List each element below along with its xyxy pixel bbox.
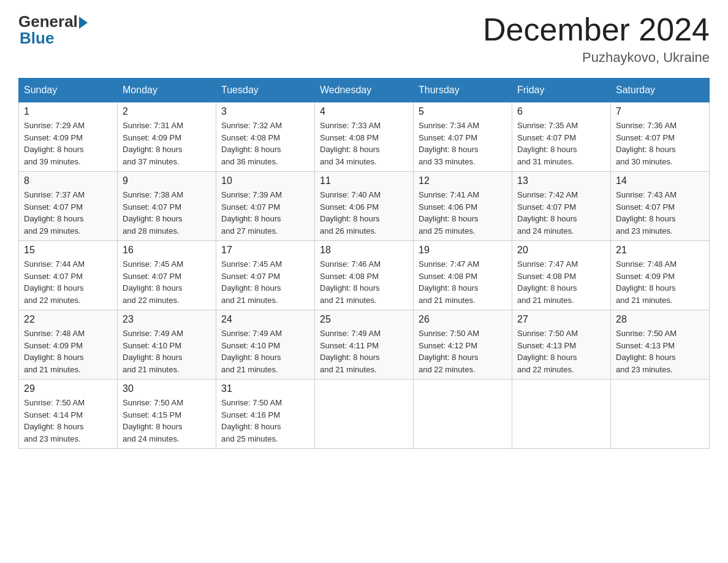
- day-number: 22: [24, 314, 112, 325]
- day-number: 6: [517, 106, 605, 117]
- day-cell: [414, 380, 512, 449]
- calendar-table: Sunday Monday Tuesday Wednesday Thursday…: [18, 78, 710, 449]
- day-number: 24: [221, 314, 309, 325]
- week-row-2: 8 Sunrise: 7:37 AM Sunset: 4:07 PM Dayli…: [19, 172, 710, 241]
- day-info: Sunrise: 7:49 AM Sunset: 4:11 PM Dayligh…: [320, 327, 408, 375]
- day-number: 2: [123, 106, 211, 117]
- day-info: Sunrise: 7:31 AM Sunset: 4:09 PM Dayligh…: [123, 120, 211, 167]
- day-number: 28: [616, 314, 704, 325]
- day-cell: 3 Sunrise: 7:32 AM Sunset: 4:08 PM Dayli…: [216, 102, 315, 172]
- day-info: Sunrise: 7:48 AM Sunset: 4:09 PM Dayligh…: [24, 327, 112, 375]
- day-cell: 27 Sunrise: 7:50 AM Sunset: 4:13 PM Dayl…: [512, 310, 611, 380]
- day-cell: 12 Sunrise: 7:41 AM Sunset: 4:06 PM Dayl…: [414, 172, 512, 241]
- day-info: Sunrise: 7:33 AM Sunset: 4:08 PM Dayligh…: [320, 120, 408, 167]
- day-info: Sunrise: 7:47 AM Sunset: 4:08 PM Dayligh…: [419, 258, 507, 306]
- day-number: 31: [221, 383, 309, 394]
- logo-blue-text: Blue: [20, 29, 54, 48]
- day-number: 7: [616, 106, 704, 117]
- day-number: 12: [419, 175, 507, 186]
- week-row-4: 22 Sunrise: 7:48 AM Sunset: 4:09 PM Dayl…: [19, 310, 710, 380]
- day-cell: 2 Sunrise: 7:31 AM Sunset: 4:09 PM Dayli…: [118, 102, 216, 172]
- day-number: 14: [616, 175, 704, 186]
- day-info: Sunrise: 7:34 AM Sunset: 4:07 PM Dayligh…: [419, 120, 507, 167]
- col-friday: Friday: [512, 79, 611, 102]
- day-number: 26: [419, 314, 507, 325]
- day-number: 20: [517, 245, 605, 256]
- day-cell: [315, 380, 414, 449]
- day-number: 16: [123, 245, 211, 256]
- day-cell: 1 Sunrise: 7:29 AM Sunset: 4:09 PM Dayli…: [19, 102, 118, 172]
- day-info: Sunrise: 7:50 AM Sunset: 4:16 PM Dayligh…: [221, 397, 309, 445]
- col-tuesday: Tuesday: [216, 79, 315, 102]
- day-info: Sunrise: 7:49 AM Sunset: 4:10 PM Dayligh…: [221, 327, 309, 375]
- day-number: 25: [320, 314, 408, 325]
- day-number: 3: [221, 106, 309, 117]
- day-info: Sunrise: 7:50 AM Sunset: 4:12 PM Dayligh…: [419, 327, 507, 375]
- day-cell: 16 Sunrise: 7:45 AM Sunset: 4:07 PM Dayl…: [118, 241, 216, 310]
- day-info: Sunrise: 7:39 AM Sunset: 4:07 PM Dayligh…: [221, 189, 309, 237]
- day-info: Sunrise: 7:43 AM Sunset: 4:07 PM Dayligh…: [616, 189, 704, 237]
- day-info: Sunrise: 7:49 AM Sunset: 4:10 PM Dayligh…: [123, 327, 211, 375]
- day-cell: 13 Sunrise: 7:42 AM Sunset: 4:07 PM Dayl…: [512, 172, 611, 241]
- day-info: Sunrise: 7:36 AM Sunset: 4:07 PM Dayligh…: [616, 120, 704, 167]
- day-cell: 19 Sunrise: 7:47 AM Sunset: 4:08 PM Dayl…: [414, 241, 512, 310]
- day-cell: 8 Sunrise: 7:37 AM Sunset: 4:07 PM Dayli…: [19, 172, 118, 241]
- day-info: Sunrise: 7:46 AM Sunset: 4:08 PM Dayligh…: [320, 258, 408, 306]
- day-cell: 10 Sunrise: 7:39 AM Sunset: 4:07 PM Dayl…: [216, 172, 315, 241]
- day-number: 18: [320, 245, 408, 256]
- day-cell: 31 Sunrise: 7:50 AM Sunset: 4:16 PM Dayl…: [216, 380, 315, 449]
- page-header: General Blue December 2024 Puzhaykovo, U…: [18, 12, 710, 66]
- day-number: 19: [419, 245, 507, 256]
- day-info: Sunrise: 7:48 AM Sunset: 4:09 PM Dayligh…: [616, 258, 704, 306]
- calendar-body: 1 Sunrise: 7:29 AM Sunset: 4:09 PM Dayli…: [19, 102, 710, 449]
- day-info: Sunrise: 7:50 AM Sunset: 4:15 PM Dayligh…: [123, 397, 211, 445]
- day-cell: 4 Sunrise: 7:33 AM Sunset: 4:08 PM Dayli…: [315, 102, 414, 172]
- logo: General Blue: [18, 12, 88, 48]
- day-cell: 29 Sunrise: 7:50 AM Sunset: 4:14 PM Dayl…: [19, 380, 118, 449]
- day-cell: 17 Sunrise: 7:45 AM Sunset: 4:07 PM Dayl…: [216, 241, 315, 310]
- logo-arrow-icon: [79, 17, 88, 29]
- day-cell: 30 Sunrise: 7:50 AM Sunset: 4:15 PM Dayl…: [118, 380, 216, 449]
- day-cell: 28 Sunrise: 7:50 AM Sunset: 4:13 PM Dayl…: [611, 310, 710, 380]
- day-cell: 20 Sunrise: 7:47 AM Sunset: 4:08 PM Dayl…: [512, 241, 611, 310]
- day-number: 9: [123, 175, 211, 186]
- week-row-5: 29 Sunrise: 7:50 AM Sunset: 4:14 PM Dayl…: [19, 380, 710, 449]
- day-number: 1: [24, 106, 112, 117]
- day-info: Sunrise: 7:45 AM Sunset: 4:07 PM Dayligh…: [123, 258, 211, 306]
- day-info: Sunrise: 7:45 AM Sunset: 4:07 PM Dayligh…: [221, 258, 309, 306]
- day-info: Sunrise: 7:29 AM Sunset: 4:09 PM Dayligh…: [24, 120, 112, 167]
- day-info: Sunrise: 7:50 AM Sunset: 4:13 PM Dayligh…: [517, 327, 605, 375]
- day-number: 11: [320, 175, 408, 186]
- day-number: 23: [123, 314, 211, 325]
- day-cell: [512, 380, 611, 449]
- day-cell: 26 Sunrise: 7:50 AM Sunset: 4:12 PM Dayl…: [414, 310, 512, 380]
- day-cell: 15 Sunrise: 7:44 AM Sunset: 4:07 PM Dayl…: [19, 241, 118, 310]
- day-info: Sunrise: 7:41 AM Sunset: 4:06 PM Dayligh…: [419, 189, 507, 237]
- col-saturday: Saturday: [611, 79, 710, 102]
- day-number: 13: [517, 175, 605, 186]
- day-cell: 18 Sunrise: 7:46 AM Sunset: 4:08 PM Dayl…: [315, 241, 414, 310]
- header-row: Sunday Monday Tuesday Wednesday Thursday…: [19, 79, 710, 102]
- day-number: 30: [123, 383, 211, 394]
- day-info: Sunrise: 7:44 AM Sunset: 4:07 PM Dayligh…: [24, 258, 112, 306]
- day-cell: 7 Sunrise: 7:36 AM Sunset: 4:07 PM Dayli…: [611, 102, 710, 172]
- day-number: 29: [24, 383, 112, 394]
- week-row-3: 15 Sunrise: 7:44 AM Sunset: 4:07 PM Dayl…: [19, 241, 710, 310]
- day-number: 4: [320, 106, 408, 117]
- week-row-1: 1 Sunrise: 7:29 AM Sunset: 4:09 PM Dayli…: [19, 102, 710, 172]
- day-cell: 25 Sunrise: 7:49 AM Sunset: 4:11 PM Dayl…: [315, 310, 414, 380]
- day-cell: 14 Sunrise: 7:43 AM Sunset: 4:07 PM Dayl…: [611, 172, 710, 241]
- calendar-title: December 2024: [483, 12, 710, 47]
- col-monday: Monday: [118, 79, 216, 102]
- day-number: 15: [24, 245, 112, 256]
- day-info: Sunrise: 7:38 AM Sunset: 4:07 PM Dayligh…: [123, 189, 211, 237]
- day-cell: 9 Sunrise: 7:38 AM Sunset: 4:07 PM Dayli…: [118, 172, 216, 241]
- day-number: 8: [24, 175, 112, 186]
- day-cell: [611, 380, 710, 449]
- day-number: 5: [419, 106, 507, 117]
- day-number: 27: [517, 314, 605, 325]
- day-info: Sunrise: 7:50 AM Sunset: 4:13 PM Dayligh…: [616, 327, 704, 375]
- day-cell: 22 Sunrise: 7:48 AM Sunset: 4:09 PM Dayl…: [19, 310, 118, 380]
- day-info: Sunrise: 7:42 AM Sunset: 4:07 PM Dayligh…: [517, 189, 605, 237]
- day-cell: 5 Sunrise: 7:34 AM Sunset: 4:07 PM Dayli…: [414, 102, 512, 172]
